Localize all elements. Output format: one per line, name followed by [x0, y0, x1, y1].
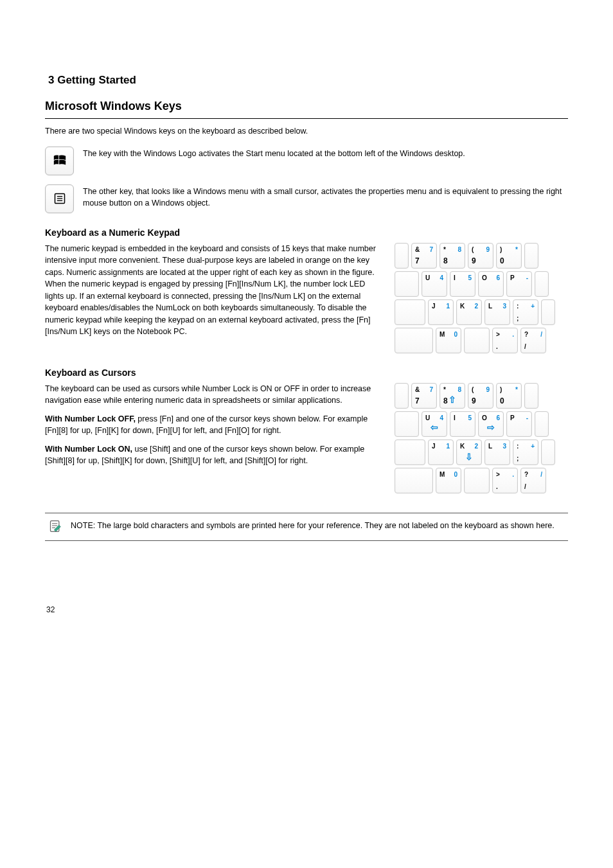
note-text: NOTE: The large bold characters and symb… — [71, 520, 555, 532]
keycap-K: K 2 — [456, 299, 482, 325]
keycap-period: > . . — [492, 468, 518, 493]
keycap-slash: ? / / — [520, 468, 546, 493]
menu-key-description: The other key, that looks like a Windows… — [83, 184, 568, 209]
keycap-L: L 3 — [484, 299, 510, 325]
keycap-M: M 0 — [436, 328, 461, 353]
page-number: 32 — [46, 605, 55, 614]
keycap-period: > . . — [492, 328, 518, 353]
keypad-cursors: & 7 7 * 8 8 ⇧ ( 9 9 — [395, 383, 568, 493]
keycap-semicolon: : + ; — [513, 439, 538, 465]
windows-flag-icon — [53, 154, 67, 168]
keycap-U-cursor-left: U 4 ⇦ — [422, 411, 447, 437]
cursor-numlock-on: With Number Lock ON, use [Shift] and one… — [45, 443, 379, 467]
page-container: 3 Getting Started Microsoft Windows Keys… — [0, 0, 613, 640]
cursor-keypad-block: The keyboard can be used as cursors whil… — [45, 383, 568, 493]
keycap-blank — [395, 299, 425, 325]
windows-key-row: The key with the Windows Logo activates … — [45, 146, 568, 175]
keycap-semicolon: : + ; — [513, 299, 538, 325]
numeric-keypad-figure: & 7 7 * 8 8 ( 9 9 ) — [395, 243, 568, 353]
page-footer: 32 — [45, 605, 568, 614]
keycap-P: P - — [506, 271, 532, 297]
keycap-8: * 8 8 — [440, 243, 465, 269]
keycap-blank — [524, 243, 538, 269]
section-title-numeric-keypad: Keyboard as a Numeric Keypad — [45, 227, 568, 238]
menu-key-row: The other key, that looks like a Windows… — [45, 184, 568, 213]
section-title-keyboard-cursors: Keyboard as Cursors — [45, 368, 568, 378]
keycap-I: I 5 — [450, 411, 475, 437]
windows-logo-key-icon — [45, 146, 74, 175]
cursor-numlock-off: With Number Lock OFF, press [Fn] and one… — [45, 413, 379, 437]
keycap-blank — [541, 299, 555, 325]
keycap-O-cursor-right: O 6 ⇨ — [478, 411, 504, 437]
keycap-blank — [395, 411, 419, 437]
numeric-keypad-block: The numeric keypad is embedded in the ke… — [45, 243, 568, 353]
keycap-P: P - — [506, 411, 532, 437]
keycap-blank — [395, 439, 425, 465]
arrow-down-icon: ⇩ — [465, 452, 473, 462]
keycap-slash: ? / / — [520, 328, 546, 353]
keycap-7: & 7 7 — [411, 243, 437, 269]
cursor-keypad-figure: & 7 7 * 8 8 ⇧ ( 9 9 — [395, 383, 568, 493]
keycap-blank — [464, 328, 490, 353]
keycap-8-cursor-up: * 8 8 ⇧ — [440, 383, 465, 409]
menu-key-icon — [45, 184, 74, 213]
keycap-J: J 1 — [428, 299, 454, 325]
keycap-J: J 1 — [428, 439, 454, 465]
context-menu-icon — [53, 192, 66, 205]
keycap-O: O 6 — [478, 271, 504, 297]
keycap-0: ) * 0 — [496, 243, 522, 269]
arrow-up-icon: ⇧ — [449, 394, 456, 405]
keycap-9: ( 9 9 — [468, 243, 493, 269]
arrow-right-icon: ⇨ — [487, 422, 495, 432]
keycap-blank — [395, 243, 409, 269]
keycap-blank — [395, 383, 409, 409]
keycap-M: M 0 — [436, 468, 461, 493]
windows-key-description: The key with the Windows Logo activates … — [83, 146, 465, 160]
keycap-blank — [535, 411, 549, 437]
cursor-keypad-text: The keyboard can be used as cursors whil… — [45, 383, 379, 467]
windows-keys-intro: There are two special Windows keys on th… — [45, 125, 568, 137]
keycap-U: U 4 — [422, 271, 447, 297]
keycap-I: I 5 — [450, 271, 475, 297]
keycap-blank — [535, 271, 549, 297]
keycap-L: L 3 — [484, 439, 510, 465]
keycap-blank — [395, 271, 419, 297]
note-icon — [49, 520, 62, 533]
keycap-blank — [395, 468, 433, 493]
keycap-blank — [464, 468, 490, 493]
keycap-K-cursor-down: K 2 ⇩ — [456, 439, 482, 465]
keypad-plain: & 7 7 * 8 8 ( 9 9 ) — [395, 243, 568, 353]
keycap-blank — [524, 383, 538, 409]
header-running-title: 3 Getting Started — [48, 74, 136, 87]
keycap-0: ) * 0 — [496, 383, 522, 409]
note-block: NOTE: The large bold characters and symb… — [45, 513, 568, 541]
section-title-windows-keys: Microsoft Windows Keys — [45, 100, 568, 119]
arrow-left-icon: ⇦ — [431, 422, 438, 432]
keycap-blank — [395, 328, 433, 353]
keycap-9: ( 9 9 — [468, 383, 493, 409]
keycap-7: & 7 7 — [411, 383, 437, 409]
numeric-keypad-description: The numeric keypad is embedded in the ke… — [45, 243, 379, 338]
keycap-blank — [541, 439, 555, 465]
cursor-intro: The keyboard can be used as cursors whil… — [45, 383, 379, 407]
